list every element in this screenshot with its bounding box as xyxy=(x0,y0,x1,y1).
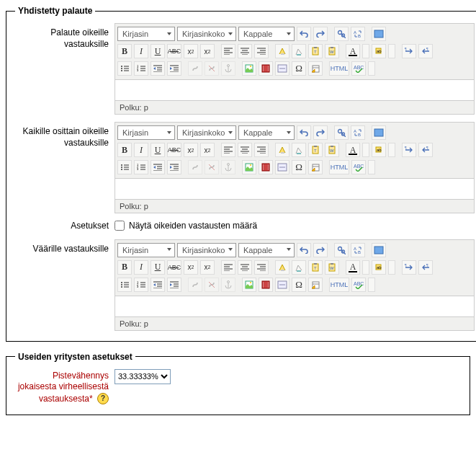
italic-icon[interactable]: I xyxy=(134,44,148,58)
outdent-icon[interactable] xyxy=(151,61,165,76)
char-icon[interactable]: Ω xyxy=(292,160,306,174)
spellcheck-drop-icon[interactable] xyxy=(368,61,375,76)
align-center-icon[interactable] xyxy=(238,44,252,58)
char-icon[interactable]: Ω xyxy=(292,278,306,292)
anchor-icon[interactable] xyxy=(221,278,235,292)
strike-icon[interactable]: ABC xyxy=(167,143,181,157)
anchor-icon[interactable] xyxy=(221,160,235,174)
format-select[interactable]: Kappale xyxy=(238,125,295,140)
html-icon[interactable]: HTML xyxy=(329,160,349,174)
superscript-icon[interactable]: x2 xyxy=(200,44,215,58)
table-icon[interactable] xyxy=(308,61,323,76)
replace-icon[interactable]: AB xyxy=(351,243,365,257)
image-icon[interactable] xyxy=(242,160,256,174)
bold-icon[interactable]: B xyxy=(117,260,132,275)
underline-icon[interactable]: U xyxy=(151,260,165,275)
editor-content-correct[interactable] xyxy=(114,80,475,101)
bg-color-drop-icon[interactable] xyxy=(388,143,395,157)
align-left-icon[interactable] xyxy=(221,260,235,275)
text-color-icon[interactable]: A xyxy=(346,44,360,58)
paste-word-icon[interactable]: W xyxy=(325,260,339,275)
bg-color-drop-icon[interactable] xyxy=(388,44,395,58)
cleanup-icon[interactable] xyxy=(275,260,289,275)
font-size-select[interactable]: Kirjasinkoko xyxy=(177,27,236,41)
spellcheck-drop-icon[interactable] xyxy=(368,160,375,174)
font-size-select[interactable]: Kirjasinkoko xyxy=(177,243,236,257)
redo-icon[interactable] xyxy=(313,125,328,140)
outdent-icon[interactable] xyxy=(151,278,165,292)
rtl-icon[interactable]: ¶ xyxy=(418,260,433,275)
char-icon[interactable]: Ω xyxy=(292,61,306,76)
spellcheck-icon[interactable]: ABC xyxy=(351,61,366,76)
align-center-icon[interactable] xyxy=(238,143,252,157)
text-color-drop-icon[interactable] xyxy=(362,260,369,275)
image-icon[interactable] xyxy=(242,61,256,76)
table-icon[interactable] xyxy=(308,160,323,174)
bg-color-icon[interactable]: ab xyxy=(372,260,386,275)
bold-icon[interactable]: B xyxy=(117,44,132,58)
paste-text-icon[interactable]: T xyxy=(308,260,323,275)
bg-color-drop-icon[interactable] xyxy=(388,260,395,275)
bullet-list-icon[interactable] xyxy=(117,278,132,292)
remove-format-icon[interactable] xyxy=(292,143,306,157)
superscript-icon[interactable]: x2 xyxy=(200,260,215,275)
unlink-icon[interactable] xyxy=(205,61,219,76)
media-icon[interactable] xyxy=(259,278,273,292)
paste-word-icon[interactable]: W xyxy=(325,44,339,58)
subscript-icon[interactable]: x2 xyxy=(184,143,198,157)
italic-icon[interactable]: I xyxy=(134,143,148,157)
html-icon[interactable]: HTML xyxy=(329,61,349,76)
indent-icon[interactable] xyxy=(167,160,181,174)
align-right-icon[interactable] xyxy=(254,143,269,157)
bg-color-icon[interactable]: ab xyxy=(372,44,386,58)
outdent-icon[interactable] xyxy=(151,160,165,174)
spellcheck-icon[interactable]: ABC xyxy=(351,160,366,174)
undo-icon[interactable] xyxy=(297,27,311,41)
bullet-list-icon[interactable] xyxy=(117,61,132,76)
ltr-icon[interactable]: ¶ xyxy=(402,260,416,275)
remove-format-icon[interactable] xyxy=(292,260,306,275)
media-icon[interactable] xyxy=(259,61,273,76)
fullscreen-icon[interactable] xyxy=(372,125,386,140)
underline-icon[interactable]: U xyxy=(151,143,165,157)
cleanup-icon[interactable] xyxy=(275,143,289,157)
media-icon[interactable] xyxy=(259,160,273,174)
nonbreaking-icon[interactable] xyxy=(275,61,289,76)
spellcheck-icon[interactable]: ABC xyxy=(351,278,366,292)
number-list-icon[interactable]: 123 xyxy=(134,61,148,76)
link-icon[interactable] xyxy=(188,61,202,76)
subscript-icon[interactable]: x2 xyxy=(184,44,198,58)
format-select[interactable]: Kappale xyxy=(238,243,295,257)
align-left-icon[interactable] xyxy=(221,143,235,157)
replace-icon[interactable]: AB xyxy=(351,27,365,41)
penalty-select[interactable]: 33.33333% xyxy=(114,369,171,384)
indent-icon[interactable] xyxy=(167,278,181,292)
paste-text-icon[interactable]: T xyxy=(308,44,323,58)
image-icon[interactable] xyxy=(242,278,256,292)
strike-icon[interactable]: ABC xyxy=(167,44,181,58)
link-icon[interactable] xyxy=(188,278,202,292)
font-family-select[interactable]: Kirjasin xyxy=(117,243,175,257)
text-color-icon[interactable]: A xyxy=(346,260,360,275)
align-left-icon[interactable] xyxy=(221,44,235,58)
redo-icon[interactable] xyxy=(313,27,328,41)
rtl-icon[interactable]: ¶ xyxy=(418,44,433,58)
cleanup-icon[interactable] xyxy=(275,44,289,58)
ltr-icon[interactable]: ¶ xyxy=(402,44,416,58)
underline-icon[interactable]: U xyxy=(151,44,165,58)
indent-icon[interactable] xyxy=(167,61,181,76)
link-icon[interactable] xyxy=(188,160,202,174)
font-family-select[interactable]: Kirjasin xyxy=(117,27,175,41)
italic-icon[interactable]: I xyxy=(134,260,148,275)
strike-icon[interactable]: ABC xyxy=(167,260,181,275)
undo-icon[interactable] xyxy=(297,243,311,257)
bold-icon[interactable]: B xyxy=(117,143,132,157)
table-icon[interactable] xyxy=(308,278,323,292)
number-list-icon[interactable]: 123 xyxy=(134,160,148,174)
font-family-select[interactable]: Kirjasin xyxy=(117,125,175,140)
undo-icon[interactable] xyxy=(297,125,311,140)
show-correct-count-checkbox[interactable] xyxy=(114,221,125,231)
align-right-icon[interactable] xyxy=(254,44,269,58)
html-icon[interactable]: HTML xyxy=(329,278,349,292)
remove-format-icon[interactable] xyxy=(292,44,306,58)
